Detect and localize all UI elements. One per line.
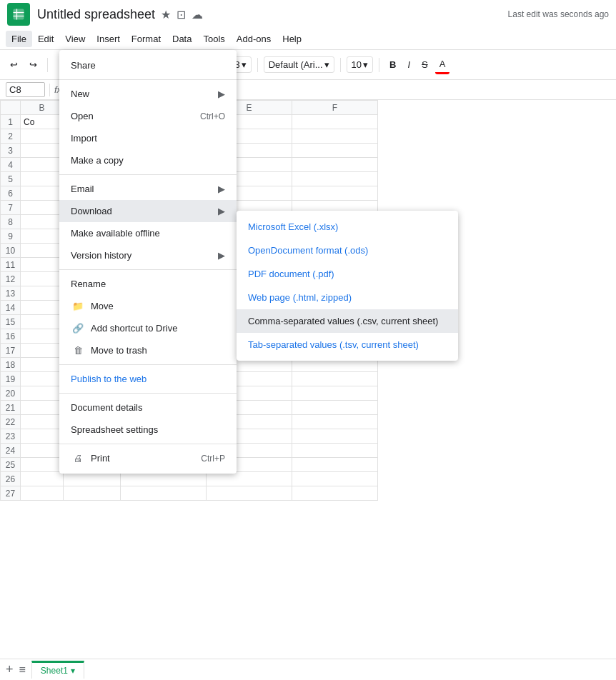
- cell-b21[interactable]: [21, 401, 64, 415]
- font-size-dropdown[interactable]: 10 ▾: [347, 56, 373, 73]
- add-sheet-button[interactable]: +: [6, 662, 14, 677]
- cell-f20[interactable]: [292, 386, 378, 401]
- menu-tools[interactable]: Tools: [197, 31, 230, 47]
- cell-b2[interactable]: [21, 129, 64, 144]
- cell-c27[interactable]: [64, 486, 121, 501]
- cell-f1[interactable]: [292, 115, 378, 129]
- menu-item-share[interactable]: Share: [59, 54, 237, 76]
- cell-c26[interactable]: [64, 472, 121, 486]
- cell-f5[interactable]: [292, 172, 378, 186]
- cell-f23[interactable]: [292, 429, 378, 444]
- cell-b15[interactable]: [21, 315, 64, 329]
- cell-b12[interactable]: [21, 272, 64, 286]
- cell-b3[interactable]: [21, 144, 64, 158]
- cell-b18[interactable]: [21, 358, 64, 372]
- cell-b10[interactable]: [21, 244, 64, 258]
- redo-button[interactable]: ↪: [25, 56, 41, 73]
- cell-f21[interactable]: [292, 401, 378, 415]
- menu-data[interactable]: Data: [167, 31, 197, 47]
- cell-f6[interactable]: [292, 186, 378, 201]
- menu-format[interactable]: Format: [126, 31, 167, 47]
- cell-b27[interactable]: [21, 486, 64, 501]
- menu-item-make-copy[interactable]: Make a copy: [59, 149, 237, 171]
- cell-e26[interactable]: [207, 472, 292, 486]
- cell-f3[interactable]: [292, 144, 378, 158]
- undo-button[interactable]: ↩: [6, 56, 22, 73]
- cell-reference-input[interactable]: [6, 82, 45, 97]
- cell-f19[interactable]: [292, 372, 378, 386]
- menu-view[interactable]: View: [59, 31, 91, 47]
- download-xlsx[interactable]: Microsoft Excel (.xlsx): [237, 215, 458, 239]
- cell-f26[interactable]: [292, 472, 378, 486]
- menu-item-add-shortcut[interactable]: 🔗 Add shortcut to Drive: [59, 317, 237, 339]
- menu-file[interactable]: File: [6, 31, 32, 47]
- cell-b23[interactable]: [21, 429, 64, 444]
- cell-f24[interactable]: [292, 444, 378, 458]
- sheet-tab-arrow[interactable]: ▾: [71, 666, 75, 676]
- cell-f25[interactable]: [292, 458, 378, 472]
- menu-item-move[interactable]: 📁 Move: [59, 295, 237, 317]
- cell-b19[interactable]: [21, 372, 64, 386]
- menu-item-move-trash[interactable]: 🗑 Move to trash: [59, 339, 237, 361]
- download-tsv-label: Tab-separated values (.tsv, current shee…: [248, 339, 419, 350]
- menu-item-open[interactable]: Open Ctrl+O: [59, 105, 237, 127]
- menu-item-download[interactable]: Download ▶: [59, 200, 237, 222]
- menu-item-doc-details[interactable]: Document details: [59, 396, 237, 419]
- cell-b22[interactable]: [21, 415, 64, 429]
- bold-button[interactable]: B: [385, 56, 400, 73]
- col-header-b[interactable]: B: [21, 101, 64, 115]
- menu-item-email[interactable]: Email ▶: [59, 178, 237, 200]
- strikethrough-button[interactable]: S: [417, 56, 432, 73]
- cell-b9[interactable]: [21, 229, 64, 244]
- sheet-tab-1[interactable]: Sheet1 ▾: [31, 661, 84, 679]
- row-num-5: 5: [1, 172, 21, 186]
- menu-edit[interactable]: Edit: [32, 31, 59, 47]
- menu-item-rename[interactable]: Rename: [59, 273, 237, 295]
- col-header-f[interactable]: F: [292, 101, 378, 115]
- cell-f2[interactable]: [292, 129, 378, 144]
- menu-item-version-history[interactable]: Version history ▶: [59, 244, 237, 266]
- menu-item-make-offline[interactable]: Make available offline: [59, 222, 237, 244]
- cell-b11[interactable]: [21, 258, 64, 272]
- cloud-icon[interactable]: ☁: [192, 8, 203, 21]
- text-color-button[interactable]: A: [435, 56, 450, 74]
- cell-b13[interactable]: [21, 286, 64, 301]
- cell-b1[interactable]: Co: [21, 115, 64, 129]
- download-html[interactable]: Web page (.html, zipped): [237, 286, 458, 309]
- cell-b5[interactable]: [21, 172, 64, 186]
- cell-b26[interactable]: [21, 472, 64, 486]
- save-icon[interactable]: ⊡: [177, 8, 186, 21]
- cell-b24[interactable]: [21, 444, 64, 458]
- cell-b6[interactable]: [21, 186, 64, 201]
- cell-b17[interactable]: [21, 344, 64, 358]
- download-tsv[interactable]: Tab-separated values (.tsv, current shee…: [237, 333, 458, 356]
- cell-d26[interactable]: [121, 472, 207, 486]
- menu-addons[interactable]: Add-ons: [231, 31, 277, 47]
- cell-b16[interactable]: [21, 329, 64, 344]
- cell-b20[interactable]: [21, 386, 64, 401]
- menu-item-spreadsheet-settings[interactable]: Spreadsheet settings: [59, 419, 237, 441]
- cell-b14[interactable]: [21, 301, 64, 315]
- cell-d27[interactable]: [121, 486, 207, 501]
- cell-b8[interactable]: [21, 215, 64, 229]
- cell-e27[interactable]: [207, 486, 292, 501]
- sheet-list-button[interactable]: ≡: [19, 664, 26, 676]
- download-ods[interactable]: OpenDocument format (.ods): [237, 239, 458, 262]
- menu-insert[interactable]: Insert: [91, 31, 126, 47]
- cell-f22[interactable]: [292, 415, 378, 429]
- star-icon[interactable]: ★: [161, 8, 171, 21]
- cell-b25[interactable]: [21, 458, 64, 472]
- download-csv[interactable]: Comma-separated values (.csv, current sh…: [237, 309, 458, 333]
- font-family-dropdown[interactable]: Default (Ari... ▾: [264, 56, 334, 73]
- menu-item-new[interactable]: New ▶: [59, 83, 237, 105]
- menu-help[interactable]: Help: [277, 31, 307, 47]
- menu-item-print[interactable]: 🖨 Print Ctrl+P: [59, 447, 237, 469]
- cell-f4[interactable]: [292, 158, 378, 172]
- download-pdf[interactable]: PDF document (.pdf): [237, 262, 458, 286]
- menu-item-import[interactable]: Import: [59, 127, 237, 149]
- cell-b7[interactable]: [21, 201, 64, 215]
- italic-button[interactable]: I: [403, 56, 414, 73]
- cell-b4[interactable]: [21, 158, 64, 172]
- cell-f27[interactable]: [292, 486, 378, 501]
- menu-item-publish[interactable]: Publish to the web: [59, 368, 237, 390]
